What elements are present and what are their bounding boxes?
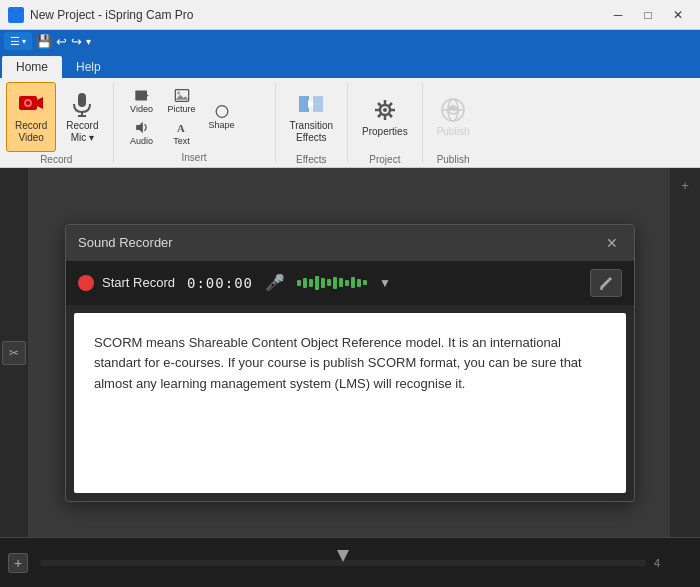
- audio-button[interactable]: Audio: [122, 118, 162, 148]
- dialog-title-bar: Sound Recorder ✕: [66, 225, 634, 261]
- level-meter: [297, 276, 367, 290]
- tab-home[interactable]: Home: [2, 56, 62, 78]
- svg-point-19: [383, 108, 387, 112]
- left-panel: ✂: [0, 168, 28, 537]
- insert-buttons-col2: Picture A Text: [162, 86, 202, 148]
- svg-marker-1: [37, 97, 43, 109]
- ribbon-group-publish: Publish Publish: [423, 82, 484, 163]
- level-bar-6: [327, 279, 331, 286]
- properties-button[interactable]: Properties: [354, 82, 416, 152]
- qa-dropdown-button[interactable]: ▾: [86, 36, 91, 47]
- text-button[interactable]: A Text: [162, 118, 202, 148]
- title-bar-controls: ─ □ ✕: [604, 5, 692, 25]
- maximize-button[interactable]: □: [634, 5, 662, 25]
- timer-display: 0:00:00: [187, 275, 253, 291]
- publish-button[interactable]: Publish: [429, 82, 478, 152]
- picture-button[interactable]: Picture: [162, 86, 202, 116]
- mic-icon: [68, 90, 96, 118]
- level-bar-9: [345, 280, 349, 286]
- svg-line-27: [378, 114, 381, 117]
- transition-icon: [297, 90, 325, 118]
- timeline-add-button[interactable]: +: [8, 553, 28, 573]
- properties-label: Properties: [362, 126, 408, 138]
- window-title: New Project - iSpring Cam Pro: [30, 8, 193, 22]
- record-indicator: [78, 275, 94, 291]
- video-label: Video: [130, 104, 153, 114]
- level-bar-5: [321, 278, 325, 288]
- svg-marker-9: [136, 122, 143, 134]
- publish-group-label: Publish: [437, 152, 470, 165]
- effects-buttons: TransitionEffects: [282, 82, 342, 152]
- level-bar-2: [303, 278, 307, 288]
- shape-label: Shape: [208, 120, 234, 130]
- close-button[interactable]: ✕: [664, 5, 692, 25]
- qa-dropdown-arrow: ▾: [22, 37, 26, 46]
- side-add-button[interactable]: +: [672, 172, 698, 198]
- svg-marker-12: [175, 95, 188, 100]
- ribbon-group-insert: Video Audio Picture A: [114, 82, 276, 163]
- picture-label: Picture: [168, 104, 196, 114]
- level-bar-12: [363, 280, 367, 285]
- svg-text:A: A: [177, 122, 185, 134]
- effects-group-label: Effects: [296, 152, 326, 165]
- svg-rect-4: [78, 93, 86, 107]
- record-group-label: Record: [40, 152, 72, 165]
- menu-icon: ☰: [10, 35, 20, 48]
- level-bar-8: [339, 278, 343, 287]
- ribbon-group-effects: TransitionEffects Effects: [276, 82, 349, 163]
- image-icon: [173, 88, 191, 103]
- timeline-end-label: 4: [654, 557, 660, 569]
- svg-line-24: [378, 103, 381, 106]
- speaker-icon: [133, 120, 151, 135]
- project-buttons: Properties: [354, 82, 416, 152]
- cut-button[interactable]: ✂: [2, 341, 26, 365]
- svg-line-26: [389, 103, 392, 106]
- mic-dropdown-button[interactable]: ▼: [379, 276, 391, 290]
- minimize-button[interactable]: ─: [604, 5, 632, 25]
- sound-recorder-dialog: Sound Recorder ✕ Start Record 0:00:00 🎤: [65, 224, 635, 502]
- svg-marker-8: [146, 94, 149, 97]
- level-bar-7: [333, 277, 337, 289]
- app-icon: [8, 7, 24, 23]
- publish-icon: [439, 96, 467, 124]
- qa-undo-button[interactable]: ↩: [56, 34, 67, 49]
- qa-save-button[interactable]: 💾: [36, 34, 52, 49]
- dialog-close-button[interactable]: ✕: [602, 233, 622, 253]
- timeline-playhead: [337, 550, 349, 562]
- svg-point-3: [26, 101, 30, 105]
- dialog-title: Sound Recorder: [78, 235, 173, 250]
- main-area: ✂ + Sound Recorder ✕ Start Record 0:00:0…: [0, 168, 700, 537]
- shape-button[interactable]: Shape: [202, 102, 242, 132]
- camera-icon: [17, 90, 45, 118]
- record-mic-button[interactable]: RecordMic ▾: [58, 82, 106, 152]
- svg-point-11: [177, 91, 180, 94]
- level-bar-1: [297, 280, 301, 286]
- tab-help[interactable]: Help: [62, 56, 115, 78]
- publish-buttons: Publish: [429, 82, 478, 152]
- quick-access-toolbar: ☰ ▾ 💾 ↩ ↪ ▾: [0, 30, 700, 52]
- record-buttons: RecordVideo RecordMic ▾: [6, 82, 107, 152]
- insert-buttons-col3: Shape: [202, 102, 242, 132]
- timeline: + 4: [0, 537, 700, 587]
- record-mic-label: RecordMic ▾: [66, 120, 98, 144]
- text-icon: A: [173, 120, 191, 135]
- start-record-button[interactable]: Start Record: [78, 275, 175, 291]
- dialog-text: SCORM means Shareable Content Object Ref…: [94, 333, 606, 395]
- level-bar-4: [315, 276, 319, 290]
- ribbon-group-record: RecordVideo RecordMic ▾ Record: [0, 82, 114, 163]
- record-video-label: RecordVideo: [15, 120, 47, 144]
- svg-rect-16: [313, 96, 323, 112]
- audio-label: Audio: [130, 136, 153, 146]
- qa-group: ☰ ▾: [4, 32, 32, 50]
- qa-menu-button[interactable]: ☰ ▾: [10, 35, 26, 48]
- qa-redo-button[interactable]: ↪: [71, 34, 82, 49]
- transition-effects-button[interactable]: TransitionEffects: [282, 82, 342, 152]
- ribbon-group-project: Properties Project: [348, 82, 423, 163]
- side-panel: +: [670, 168, 700, 537]
- film-icon: [133, 88, 151, 103]
- video-button[interactable]: Video: [122, 86, 162, 116]
- timeline-track: [40, 560, 646, 566]
- insert-group-label: Insert: [122, 150, 267, 163]
- record-video-button[interactable]: RecordVideo: [6, 82, 56, 152]
- edit-icon-button[interactable]: [590, 269, 622, 297]
